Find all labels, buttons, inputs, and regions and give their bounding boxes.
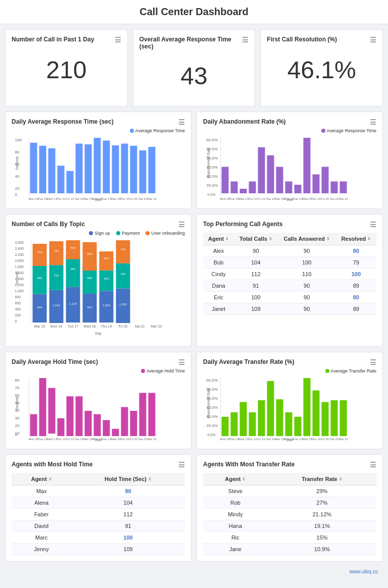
table-row: Alex909080: [203, 245, 376, 257]
svg-rect-190: [276, 399, 283, 436]
svg-text:Fri 13: Fri 13: [66, 438, 74, 441]
svg-text:Mon 09: Mon 09: [28, 197, 39, 200]
svg-rect-57: [331, 182, 338, 194]
svg-text:Day: Day: [95, 438, 102, 441]
svg-rect-115: [100, 271, 114, 291]
svg-rect-7: [30, 143, 37, 193]
agents-hold-menu-icon[interactable]: ☰: [178, 461, 185, 469]
svg-text:890: 890: [37, 277, 42, 280]
svg-text:Sat 21: Sat 21: [330, 438, 339, 441]
kpi-resolution-menu-icon[interactable]: ☰: [370, 36, 376, 44]
svg-text:800: 800: [15, 295, 21, 299]
svg-text:Fri 13: Fri 13: [258, 197, 266, 200]
svg-text:Fri 13: Fri 13: [66, 197, 74, 200]
table-cell: Janet: [203, 303, 234, 315]
calls-by-topic-chart: 2,600 2,400 2,200 2,000 1,800 1,600 1,40…: [12, 238, 185, 340]
svg-text:Thu 12: Thu 12: [248, 438, 257, 441]
table-cell: 90: [278, 245, 336, 257]
svg-text:Fri 20: Fri 20: [321, 197, 329, 200]
svg-text:Thu 19: Thu 19: [120, 438, 129, 441]
svg-text:600: 600: [104, 257, 109, 260]
svg-text:70: 70: [15, 386, 20, 390]
kpi-resolution: First Call Resolution (%) ☰ 46.1%: [260, 29, 383, 106]
col-ah-holdtime: Hold Time (Sec)⇕: [71, 473, 185, 486]
svg-rect-56: [322, 167, 329, 194]
table-row: Ric15%: [203, 532, 376, 544]
table-cell: 19.1%: [268, 520, 376, 532]
calls-by-topic-title: Number of Calls By Topic: [12, 221, 85, 228]
svg-rect-147: [39, 378, 46, 436]
daily-transfer-menu-icon[interactable]: ☰: [370, 358, 376, 366]
signup-legend: Sign up: [89, 231, 110, 236]
table-cell: 29%: [268, 486, 376, 497]
table-cell: Eric: [203, 292, 234, 303]
table-row: Steve29%: [203, 486, 376, 497]
svg-rect-155: [112, 429, 119, 436]
table-cell: 89: [336, 280, 376, 292]
calls-by-topic-menu-icon[interactable]: ☰: [178, 221, 185, 229]
col-resolved: Resolved⇕: [336, 233, 376, 245]
svg-rect-15: [103, 141, 110, 194]
table-cell: Ric: [203, 532, 268, 544]
svg-text:900: 900: [87, 252, 92, 255]
kpi-calls-menu-icon[interactable]: ☰: [115, 36, 121, 44]
svg-rect-50: [267, 155, 274, 193]
calls-by-topic-card: Number of Calls By Topic ☰ Sign up Payme…: [5, 214, 191, 347]
daily-response-chart: 100 80 60 40 20 0: [12, 135, 185, 202]
col-total-calls: Total Calls⇕: [234, 233, 278, 245]
svg-text:Mar 15: Mar 15: [34, 325, 45, 328]
svg-text:1,040: 1,040: [53, 304, 61, 307]
svg-text:700: 700: [37, 251, 42, 254]
table-row: Hana19.1%: [203, 520, 376, 532]
agents-transfer-menu-icon[interactable]: ☰: [370, 461, 376, 469]
daily-hold-legend: Average Hold Time: [141, 368, 185, 373]
svg-text:790: 790: [54, 274, 59, 277]
table-cell: Cindy: [203, 269, 234, 280]
table-row: Mindy21.12%: [203, 509, 376, 520]
svg-text:1,120: 1,120: [69, 302, 77, 305]
svg-text:0.0%: 0.0%: [208, 433, 216, 437]
kpi-response-label: Overall Average Response Time (sec): [139, 36, 243, 50]
svg-rect-110: [83, 242, 97, 271]
table-row: Faber112: [12, 509, 185, 520]
daily-abandonment-menu-icon[interactable]: ☰: [370, 118, 376, 126]
svg-text:900: 900: [37, 306, 42, 309]
table-cell: 80: [336, 292, 376, 303]
kpi-response-menu-icon[interactable]: ☰: [242, 36, 249, 44]
svg-rect-92: [33, 244, 47, 266]
svg-rect-9: [48, 148, 56, 193]
svg-rect-197: [340, 400, 347, 436]
kpi-calls: Number of Call in Past 1 Day ☰ 210: [5, 29, 128, 106]
svg-text:Abandonment Rate: Abandonment Rate: [207, 148, 210, 178]
table-cell: Jane: [203, 544, 268, 555]
daily-hold-menu-icon[interactable]: ☰: [178, 358, 185, 366]
table-cell: Dana: [203, 280, 234, 292]
svg-text:600: 600: [15, 301, 21, 305]
table-row: Jenny109: [12, 544, 185, 555]
svg-text:Thu 19: Thu 19: [120, 197, 129, 200]
svg-text:750: 750: [54, 249, 59, 252]
table-cell: Jenny: [12, 544, 71, 555]
table-cell: 112: [71, 509, 185, 520]
svg-rect-47: [240, 189, 247, 193]
footer-brand: www.ubiq.co: [5, 567, 383, 576]
top-agents-table: Agent⇕ Total Calls⇕ Calls Answered⇕ Reso…: [203, 233, 376, 315]
svg-rect-52: [285, 182, 293, 194]
onboarding-legend: User onboarding: [146, 231, 185, 236]
svg-text:Sat 21: Sat 21: [138, 438, 148, 441]
svg-rect-48: [249, 182, 256, 194]
svg-rect-104: [66, 240, 80, 259]
daily-response-menu-icon[interactable]: ☰: [178, 118, 185, 126]
svg-text:Mon 09: Mon 09: [28, 438, 39, 441]
svg-text:Wed 18: Wed 18: [84, 325, 96, 328]
svg-text:Thu 19: Thu 19: [311, 438, 321, 441]
daily-abandonment-card: Daily Abandonment Rate (%) ☰ Average Res…: [197, 112, 383, 209]
svg-text:0.0%: 0.0%: [208, 193, 216, 196]
svg-text:30: 30: [15, 416, 20, 420]
svg-rect-157: [130, 411, 137, 436]
table-cell: 15%: [268, 532, 376, 544]
svg-text:200: 200: [15, 313, 21, 317]
table-cell: 100: [336, 269, 376, 280]
top-agents-menu-icon[interactable]: ☰: [370, 221, 376, 229]
daily-transfer-title: Daily Average Transfer Rate (%): [203, 358, 295, 365]
